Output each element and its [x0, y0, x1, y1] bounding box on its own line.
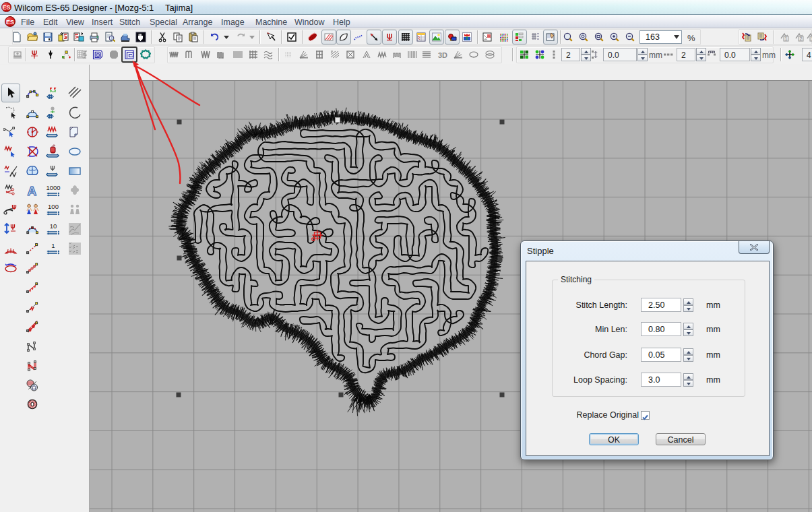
- svg-text:1000: 1000: [46, 184, 60, 191]
- svg-text:1: 1: [51, 242, 55, 249]
- svg-text:10: 10: [50, 222, 57, 230]
- svg-text:A: A: [27, 184, 36, 198]
- svg-text:2: 2: [800, 36, 803, 41]
- svg-text:3D: 3D: [438, 51, 447, 59]
- svg-text:1: 1: [785, 36, 788, 41]
- svg-text:100: 100: [48, 203, 59, 210]
